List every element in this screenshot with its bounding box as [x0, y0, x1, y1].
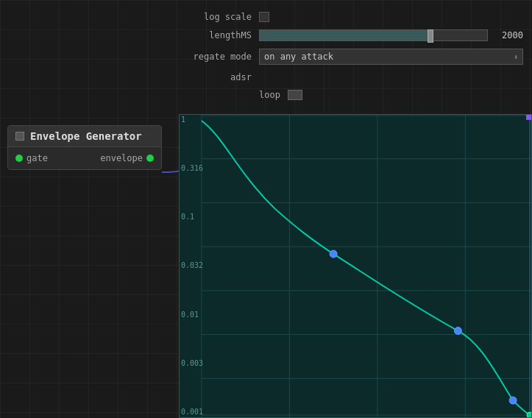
length-ms-value: 2000	[494, 30, 523, 40]
length-ms-slider[interactable]	[259, 29, 488, 41]
envelope-graph: 1 0.316 0.1 0.032 0.01 0.003 0.001	[179, 114, 532, 418]
adsr-row: adsr	[178, 72, 523, 82]
svg-point-16	[527, 412, 531, 417]
dropdown-arrow-icon: ⬍	[514, 53, 518, 61]
length-ms-label: lengthMS	[178, 30, 252, 40]
port-gate-dot	[15, 155, 23, 162]
svg-point-15	[509, 397, 517, 404]
log-scale-row: log scale	[178, 12, 523, 22]
length-ms-thumb[interactable]	[428, 29, 433, 43]
adsr-label: adsr	[178, 72, 252, 82]
node-icon	[15, 132, 24, 141]
node-ports: gate envelope	[8, 147, 161, 169]
port-gate-label: gate	[26, 153, 48, 163]
log-scale-label: log scale	[178, 12, 252, 22]
svg-point-14	[454, 327, 461, 335]
length-ms-fill	[260, 30, 430, 40]
svg-point-13	[330, 250, 337, 258]
port-envelope[interactable]: envelope	[100, 153, 154, 163]
regate-mode-dropdown[interactable]: on any attack ⬍	[259, 49, 523, 65]
envelope-generator-node: Envelope Generator gate envelope	[7, 125, 162, 170]
regate-mode-row: regate mode on any attack ⬍	[178, 49, 523, 65]
node-header: Envelope Generator	[8, 126, 161, 147]
loop-label: loop	[259, 90, 280, 100]
controls-panel: log scale lengthMS 2000 regate mode on a…	[169, 6, 532, 112]
port-envelope-label: envelope	[100, 153, 143, 163]
port-gate[interactable]: gate	[15, 153, 48, 163]
length-ms-slider-container: 2000	[259, 29, 523, 41]
regate-mode-label: regate mode	[178, 52, 252, 62]
loop-checkbox[interactable]	[288, 90, 302, 100]
port-envelope-dot	[146, 155, 154, 162]
length-ms-row: lengthMS 2000	[178, 29, 523, 41]
node-title: Envelope Generator	[30, 130, 142, 142]
svg-rect-17	[526, 115, 531, 120]
loop-row: loop	[178, 90, 523, 100]
log-scale-checkbox[interactable]	[259, 12, 269, 22]
graph-grid-svg	[180, 115, 531, 417]
regate-mode-value: on any attack	[264, 52, 333, 62]
graph-canvas: 1 0.316 0.1 0.032 0.01 0.003 0.001	[180, 115, 531, 417]
